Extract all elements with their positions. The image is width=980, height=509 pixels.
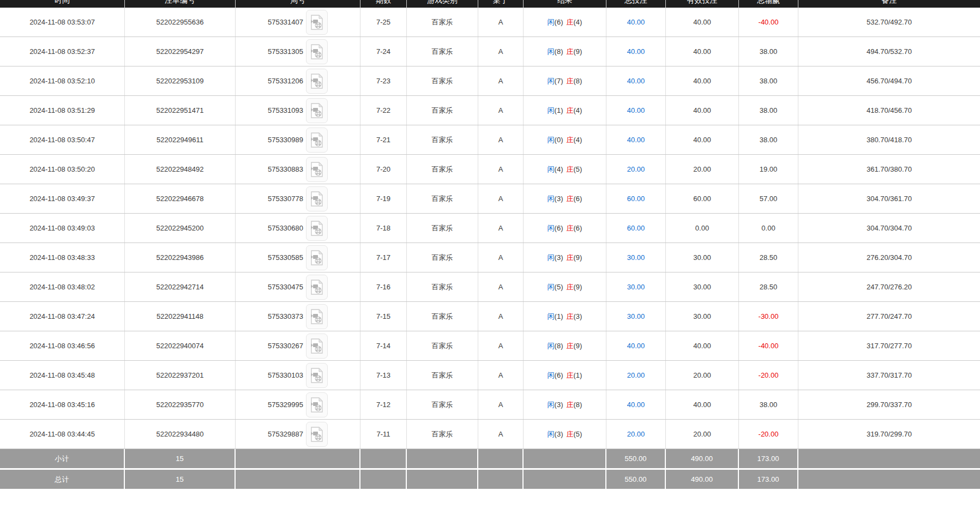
cell-game-type: 百家乐: [407, 390, 478, 419]
cell-win-loss: 0.00: [739, 214, 798, 243]
table-summary: 小计 15 550.00 490.00 173.00 总计 15 550.00 …: [0, 449, 980, 489]
cell-total-bet[interactable]: 40.00: [606, 390, 666, 419]
cell-win-loss: 28.50: [739, 243, 798, 272]
cell-result: 闲(8) 庄(9): [524, 331, 606, 360]
video-icon[interactable]: [306, 304, 328, 329]
table-row: 2024-11-08 03:49:37 522022946678 5753307…: [0, 184, 980, 214]
cell-remark: 317.70/277.70: [798, 331, 980, 360]
cell-total-bet[interactable]: 20.00: [606, 361, 666, 390]
cell-total-bet[interactable]: 30.00: [606, 243, 666, 272]
table-row: 2024-11-08 03:45:48 522022937201 5753301…: [0, 361, 980, 390]
result-player-score: (3): [555, 253, 563, 262]
cell-valid-bet: 30.00: [666, 272, 739, 301]
video-icon[interactable]: [306, 275, 328, 300]
cell-total-bet[interactable]: 40.00: [606, 8, 666, 37]
cell-total-bet[interactable]: 20.00: [606, 155, 666, 184]
cell-total-bet[interactable]: 30.00: [606, 302, 666, 331]
video-icon[interactable]: [306, 216, 328, 241]
result-player-score: (1): [555, 312, 563, 320]
cell-game-id: 575330475: [236, 272, 360, 301]
column-header-time: 时间: [0, 0, 125, 8]
cell-period: 7-25: [360, 8, 407, 37]
cell-total-bet[interactable]: 60.00: [606, 214, 666, 243]
cell-time: 2024-11-08 03:44:45: [0, 420, 125, 449]
cell-game-type: 百家乐: [407, 302, 478, 331]
cell-remark: 456.70/494.70: [798, 66, 980, 95]
cell-win-loss: 38.00: [739, 66, 798, 95]
cell-period: 7-23: [360, 66, 407, 95]
cell-remark: 277.70/247.70: [798, 302, 980, 331]
video-icon[interactable]: [306, 186, 328, 211]
cell-remark: 276.20/304.70: [798, 243, 980, 272]
cell-result: 闲(5) 庄(9): [524, 272, 606, 301]
cell-table: A: [478, 272, 524, 301]
cell-game-type: 百家乐: [407, 272, 478, 301]
cell-time: 2024-11-08 03:53:07: [0, 8, 125, 37]
cell-bet-id: 522022945200: [125, 214, 236, 243]
cell-total-bet[interactable]: 20.00: [606, 420, 666, 449]
video-icon[interactable]: [306, 392, 328, 417]
cell-bet-id: 522022943986: [125, 243, 236, 272]
result-player-label: 闲: [548, 76, 555, 86]
video-icon[interactable]: [306, 157, 328, 182]
cell-bet-id: 522022937201: [125, 361, 236, 390]
summary-label: 总计: [0, 470, 125, 489]
video-icon[interactable]: [306, 334, 328, 359]
table-header-row: 时间 注单编号 局号 期数 游戏类别 桌子 结果 总投注 有效投注 总输赢 备注: [0, 0, 980, 8]
cell-result: 闲(1) 庄(4): [524, 96, 606, 125]
cell-bet-id: 522022935770: [125, 390, 236, 419]
video-icon[interactable]: [306, 69, 328, 94]
cell-result: 闲(6) 庄(6): [524, 214, 606, 243]
cell-table: A: [478, 66, 524, 95]
cell-game-id: 575331206: [236, 66, 360, 95]
result-banker-label: 庄: [567, 341, 574, 351]
video-icon[interactable]: [306, 128, 328, 153]
video-icon[interactable]: [306, 363, 328, 388]
cell-total-bet[interactable]: 40.00: [606, 331, 666, 360]
cell-bet-id: 522022941148: [125, 302, 236, 331]
video-icon[interactable]: [306, 39, 328, 64]
summary-row: 小计 15 550.00 490.00 173.00: [0, 449, 980, 468]
cell-valid-bet: 40.00: [666, 66, 739, 95]
cell-total-bet[interactable]: 40.00: [606, 96, 666, 125]
cell-valid-bet: 40.00: [666, 37, 739, 66]
cell-total-bet[interactable]: 40.00: [606, 125, 666, 154]
result-player-label: 闲: [548, 47, 555, 57]
result-banker-score: (1): [574, 371, 582, 379]
cell-period: 7-19: [360, 184, 407, 213]
cell-table: A: [478, 8, 524, 37]
result-player-score: (6): [555, 18, 563, 26]
video-icon[interactable]: [306, 98, 328, 123]
table-row: 2024-11-08 03:52:10 522022953109 5753312…: [0, 66, 980, 96]
cell-bet-id: 522022951471: [125, 96, 236, 125]
cell-table: A: [478, 96, 524, 125]
column-header-game-type: 游戏类别: [407, 0, 478, 8]
result-player-score: (5): [555, 283, 563, 291]
cell-game-id: 575330267: [236, 331, 360, 360]
cell-total-bet[interactable]: 30.00: [606, 272, 666, 301]
game-id-text: 575330883: [268, 165, 303, 173]
result-player-label: 闲: [548, 400, 555, 410]
cell-win-loss: 38.00: [739, 390, 798, 419]
game-id-text: 575330680: [268, 224, 303, 232]
result-banker-label: 庄: [567, 282, 574, 292]
cell-total-bet[interactable]: 60.00: [606, 184, 666, 213]
table-row: 2024-11-08 03:45:16 522022935770 5753299…: [0, 390, 980, 420]
cell-game-type: 百家乐: [407, 96, 478, 125]
cell-period: 7-16: [360, 272, 407, 301]
cell-win-loss: -20.00: [739, 361, 798, 390]
video-icon[interactable]: [306, 10, 328, 35]
cell-total-bet[interactable]: 40.00: [606, 37, 666, 66]
cell-game-id: 575330989: [236, 125, 360, 154]
cell-total-bet[interactable]: 40.00: [606, 66, 666, 95]
summary-win-loss: 173.00: [739, 449, 798, 468]
video-icon[interactable]: [306, 422, 328, 447]
cell-win-loss: -40.00: [739, 331, 798, 360]
cell-game-id: 575330883: [236, 155, 360, 184]
result-banker-label: 庄: [567, 135, 574, 145]
table-row: 2024-11-08 03:50:47 522022949611 5753309…: [0, 125, 980, 155]
cell-bet-id: 522022954297: [125, 37, 236, 66]
summary-valid-bet: 490.00: [666, 449, 739, 468]
cell-table: A: [478, 331, 524, 360]
video-icon[interactable]: [306, 245, 328, 270]
